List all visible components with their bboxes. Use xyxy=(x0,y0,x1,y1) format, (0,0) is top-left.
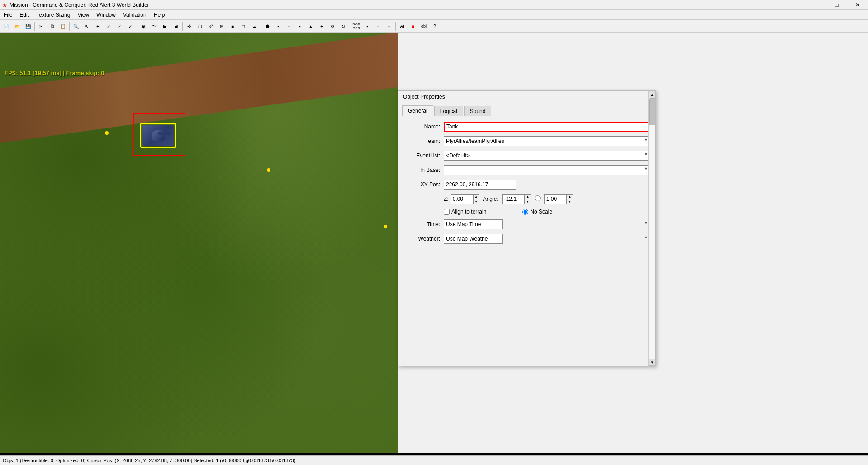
toolbar-red-circle[interactable]: ● xyxy=(408,21,418,31)
no-scale-label: No Scale xyxy=(530,209,552,215)
tank-unit[interactable] xyxy=(138,121,179,150)
tab-general[interactable]: General xyxy=(402,105,433,116)
time-select-wrapper: Use Map Time Morning Afternoon Evening N… xyxy=(444,219,650,229)
menu-edit[interactable]: Edit xyxy=(16,10,33,20)
inbase-row: In Base: xyxy=(404,165,650,175)
toolbar-poly[interactable]: ⬟ xyxy=(262,21,272,31)
weather-select-wrapper: Use Map Weathe Clear Rain Snow xyxy=(444,234,650,244)
toolbar-sep-2 xyxy=(69,22,70,31)
scroll-thumb[interactable] xyxy=(649,98,655,125)
toolbar-redo2[interactable]: ↻ xyxy=(338,21,348,31)
menu-file[interactable]: File xyxy=(0,10,16,20)
toolbar-plus[interactable]: ✛ xyxy=(184,21,194,31)
name-input[interactable] xyxy=(444,122,650,132)
toolbar-wave[interactable]: 〜 xyxy=(149,21,159,31)
toolbar-play[interactable]: ▶ xyxy=(160,21,170,31)
z-spin-up[interactable]: ▲ xyxy=(473,194,479,199)
menu-window[interactable]: Window xyxy=(93,10,119,20)
align-terrain-checkbox[interactable] xyxy=(444,209,450,215)
weather-select[interactable]: Use Map Weathe Clear Rain Snow xyxy=(444,234,503,244)
toolbar-sep-6 xyxy=(350,22,350,31)
inbase-select[interactable] xyxy=(444,165,650,175)
angle-input[interactable] xyxy=(502,194,525,204)
team-select[interactable]: PlyrAllies/teamPlyrAllies <none> xyxy=(444,136,650,146)
scale-spin-down[interactable]: ▼ xyxy=(567,199,573,204)
toolbar-sep-1 xyxy=(34,22,35,31)
angle-spin-down[interactable]: ▼ xyxy=(525,199,531,204)
toolbar-undo2[interactable]: ↺ xyxy=(327,21,337,31)
tab-logical[interactable]: Logical xyxy=(434,106,463,116)
toolbar-tri[interactable]: ▲ xyxy=(306,21,316,31)
toolbar-zoom[interactable]: 🔍 xyxy=(71,21,81,31)
toolbar-hex[interactable]: ⬡ xyxy=(195,21,205,31)
toolbar-blk1[interactable]: ▪ xyxy=(273,21,283,31)
toolbar-open[interactable]: 📂 xyxy=(12,21,22,31)
angle-spinner: ▲ ▼ xyxy=(502,194,531,204)
toolbar-blk6[interactable]: ▪ xyxy=(384,21,394,31)
toolbar-grid[interactable]: ⊞ xyxy=(217,21,227,31)
toolbar-help2[interactable]: ? xyxy=(430,21,440,31)
eventlist-select[interactable]: <Default> xyxy=(444,151,650,161)
toolbar-cloud[interactable]: ☁ xyxy=(249,21,259,31)
toolbar-blk2[interactable]: ▫ xyxy=(284,21,294,31)
z-spinner: ▲ ▼ xyxy=(451,194,479,204)
menu-view[interactable]: View xyxy=(74,10,93,20)
game-canvas[interactable]: FPS: 51.1 [19.57 ms] | Frame skip: 0 xyxy=(0,33,398,453)
scroll-up-button[interactable]: ▲ xyxy=(649,91,656,98)
scroll-down-button[interactable]: ▼ xyxy=(649,359,656,366)
toolbar-obj[interactable]: obj xyxy=(419,21,429,31)
z-angle-scale-row: Z: ▲ ▼ Angle: ▲ ▼ xyxy=(404,194,650,204)
toolbar-copy[interactable]: ⧉ xyxy=(47,21,57,31)
toolbar-sep-3 xyxy=(137,22,137,31)
toolbar-sep-7 xyxy=(395,22,396,31)
toolbar-sq1[interactable]: ■ xyxy=(228,21,237,31)
angle-spin-up[interactable]: ▲ xyxy=(525,194,531,199)
toolbar-circle[interactable]: ◉ xyxy=(138,21,148,31)
toolbar-star[interactable]: ✦ xyxy=(317,21,327,31)
scale-input[interactable] xyxy=(544,194,567,204)
minimize-button[interactable]: ─ xyxy=(806,0,826,10)
no-scale-radio[interactable] xyxy=(522,209,528,215)
toolbar-blk4[interactable]: ▪ xyxy=(362,21,372,31)
scale-spinner-btns: ▲ ▼ xyxy=(567,194,573,204)
z-input[interactable] xyxy=(451,194,473,204)
marker-dot-2 xyxy=(267,168,270,172)
maximize-button[interactable]: □ xyxy=(826,0,847,10)
object-properties-panel: Object Properties General Logical Sound … xyxy=(398,90,656,366)
menu-bar: File Edit Texture Sizing View Window Val… xyxy=(0,10,868,20)
toolbar-new[interactable]: 📄 xyxy=(1,21,11,31)
xypos-input[interactable] xyxy=(444,180,516,190)
toolbar-ai[interactable]: AI xyxy=(397,21,407,31)
menu-texture-sizing[interactable]: Texture Sizing xyxy=(33,10,74,20)
properties-content: Name: Team: PlyrAllies/teamPlyrAllies <n… xyxy=(398,116,655,254)
toolbar-sq2[interactable]: □ xyxy=(238,21,248,31)
toolbar-sep-5 xyxy=(261,22,261,31)
xypos-label: XY Pos: xyxy=(404,181,440,188)
toolbar-draw[interactable]: 🖊 xyxy=(206,21,216,31)
menu-help[interactable]: Help xyxy=(150,10,169,20)
menu-validation[interactable]: Validation xyxy=(119,10,150,20)
toolbar-back[interactable]: ◀ xyxy=(171,21,181,31)
close-button[interactable]: ✕ xyxy=(847,0,868,10)
team-row: Team: PlyrAllies/teamPlyrAllies <none> xyxy=(404,136,650,146)
toolbar-check2[interactable]: ✓ xyxy=(114,21,124,31)
toolbar-paste[interactable]: 📋 xyxy=(58,21,68,31)
scale-radio[interactable] xyxy=(535,195,541,201)
toolbar-check3[interactable]: ✓ xyxy=(125,21,135,31)
time-select[interactable]: Use Map Time Morning Afternoon Evening N… xyxy=(444,219,503,229)
time-row: Time: Use Map Time Morning Afternoon Eve… xyxy=(404,219,650,229)
toolbar-check1[interactable]: ✓ xyxy=(104,21,114,31)
toolbar-cut[interactable]: ✂ xyxy=(36,21,46,31)
z-spin-down[interactable]: ▼ xyxy=(473,199,479,204)
inbase-label: In Base: xyxy=(404,167,440,173)
toolbar-blk5[interactable]: ▫ xyxy=(373,21,383,31)
team-select-wrapper: PlyrAllies/teamPlyrAllies <none> xyxy=(444,136,650,146)
scale-spin-up[interactable]: ▲ xyxy=(567,194,573,199)
toolbar-save[interactable]: 💾 xyxy=(23,21,33,31)
toolbar-border[interactable]: BORDER xyxy=(351,21,361,31)
toolbar-add[interactable]: ✦ xyxy=(93,21,103,31)
tab-sound[interactable]: Sound xyxy=(464,106,492,116)
toolbar-select[interactable]: ↖ xyxy=(82,21,92,31)
toolbar-blk3[interactable]: ▪ xyxy=(295,21,305,31)
scroll-track[interactable] xyxy=(649,98,655,359)
